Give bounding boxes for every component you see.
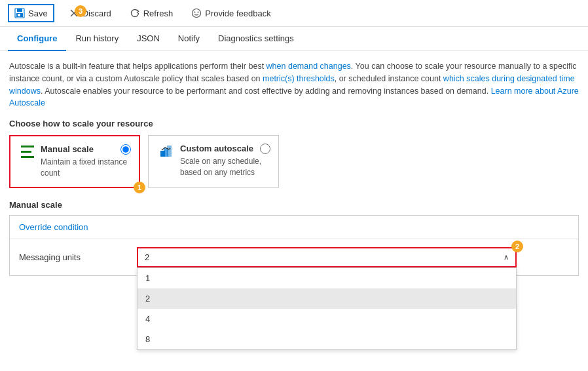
override-condition: Override condition [10, 216, 578, 239]
manual-scale-icon [21, 144, 34, 159]
refresh-icon [130, 8, 140, 18]
custom-autoscale-card[interactable]: Custom autoscale Scale on any schedule, … [148, 135, 279, 188]
toolbar: Save 3 Discard Refresh Provide feedback [0, 0, 588, 27]
custom-autoscale-radio-container [260, 144, 270, 156]
main-content: Autoscale is a built-in feature that hel… [0, 51, 588, 276]
svg-point-8 [198, 12, 199, 13]
custom-autoscale-icon [159, 144, 174, 158]
tab-run-history[interactable]: Run history [66, 27, 128, 51]
svg-point-7 [194, 12, 196, 13]
messaging-units-dropdown[interactable]: 2 ∧ [137, 247, 517, 267]
manual-scale-title: Manual scale [41, 144, 128, 154]
scale-options: Manual scale Maintain a fixed instance c… [9, 135, 579, 188]
manual-scale-radio-container [120, 144, 131, 157]
messaging-units-label: Messaging units [19, 252, 124, 262]
refresh-button[interactable]: Refresh [126, 5, 177, 21]
feedback-label: Provide feedback [205, 9, 270, 18]
save-label: Save [28, 9, 48, 18]
scale-box: Override condition Messaging units 2 ∧ 1… [9, 215, 579, 276]
section-heading: Choose how to scale your resource [9, 119, 579, 128]
custom-autoscale-desc: Scale on any schedule, based on any metr… [180, 156, 268, 178]
messaging-units-row: Messaging units 2 ∧ 1 2 4 8 2 [10, 239, 578, 275]
dropdown-arrow-icon: ∧ [504, 253, 509, 262]
badge-2: 2 [511, 241, 523, 252]
manual-scale-section-label: Manual scale [9, 200, 579, 210]
custom-autoscale-text: Custom autoscale Scale on any schedule, … [180, 144, 268, 178]
badge-1: 1 [134, 182, 145, 193]
option-2[interactable]: 2 [138, 288, 516, 309]
refresh-label: Refresh [143, 9, 174, 18]
manual-scale-radio[interactable] [120, 144, 131, 155]
learn-more-link[interactable]: Learn more about Azure Autoscale [9, 87, 579, 108]
messaging-units-value: 2 [145, 252, 149, 262]
option-8[interactable]: 8 [138, 329, 516, 349]
badge-3: 3 [75, 5, 86, 17]
option-1[interactable]: 1 [138, 268, 516, 288]
svg-rect-1 [17, 9, 22, 12]
tab-notify[interactable]: Notify [169, 27, 209, 51]
save-button[interactable]: Save [8, 4, 54, 22]
feedback-icon [191, 8, 202, 18]
manual-scale-desc: Maintain a fixed instance count [41, 157, 128, 179]
manual-scale-text: Manual scale Maintain a fixed instance c… [41, 144, 128, 179]
discard-button[interactable]: Discard [65, 5, 115, 21]
tab-bar: Configure Run history JSON Notify Diagno… [0, 27, 588, 51]
tab-configure[interactable]: Configure [8, 27, 66, 51]
tab-diagnostics[interactable]: Diagnostics settings [209, 27, 303, 51]
save-icon [14, 8, 25, 18]
manual-scale-card[interactable]: Manual scale Maintain a fixed instance c… [9, 135, 140, 188]
messaging-units-options: 1 2 4 8 [137, 267, 517, 350]
svg-rect-3 [18, 14, 20, 16]
custom-autoscale-title: Custom autoscale [180, 144, 268, 153]
messaging-units-dropdown-container: 2 ∧ 1 2 4 8 2 [137, 247, 517, 267]
svg-point-6 [193, 9, 201, 18]
description-text: Autoscale is a built-in feature that hel… [9, 60, 579, 109]
custom-autoscale-radio[interactable] [260, 144, 270, 154]
option-4[interactable]: 4 [138, 309, 516, 329]
feedback-button[interactable]: Provide feedback [187, 5, 274, 21]
svg-rect-11 [167, 146, 172, 157]
discard-label: Discard [83, 9, 111, 18]
tab-json[interactable]: JSON [128, 27, 169, 51]
